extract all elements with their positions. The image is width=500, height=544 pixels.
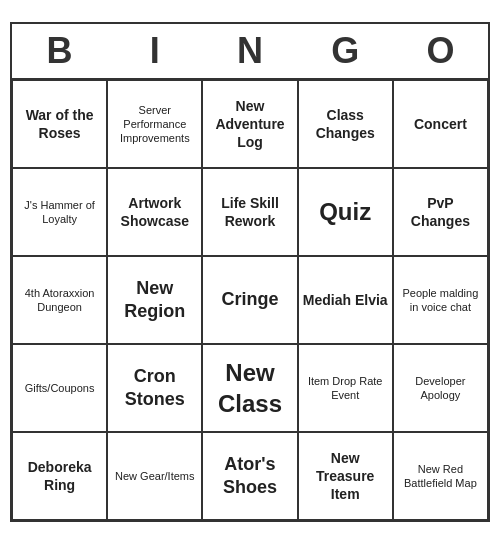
cell-text-6: Artwork Showcase (112, 194, 197, 230)
cell-text-18: Item Drop Rate Event (303, 374, 388, 403)
cell-text-5: J's Hammer of Loyalty (17, 198, 102, 227)
bingo-cell-23: New Treasure Item (298, 432, 393, 520)
bingo-grid: War of the RosesServer Performance Impro… (12, 78, 488, 520)
bingo-letter-n: N (202, 24, 297, 78)
cell-text-9: PvP Changes (398, 194, 483, 230)
bingo-cell-16: Cron Stones (107, 344, 202, 432)
bingo-cell-7: Life Skill Rework (202, 168, 297, 256)
bingo-header: BINGO (12, 24, 488, 78)
bingo-cell-4: Concert (393, 80, 488, 168)
bingo-cell-1: Server Performance Improvements (107, 80, 202, 168)
cell-text-15: Gifts/Coupons (25, 381, 95, 395)
cell-text-16: Cron Stones (112, 365, 197, 412)
cell-text-12: Cringe (221, 288, 278, 311)
bingo-cell-21: New Gear/Items (107, 432, 202, 520)
cell-text-19: Developer Apology (398, 374, 483, 403)
bingo-cell-5: J's Hammer of Loyalty (12, 168, 107, 256)
bingo-letter-g: G (298, 24, 393, 78)
cell-text-20: Deboreka Ring (17, 458, 102, 494)
bingo-letter-i: I (107, 24, 202, 78)
cell-text-0: War of the Roses (17, 106, 102, 142)
cell-text-22: Ator's Shoes (207, 453, 292, 500)
cell-text-17: New Class (207, 357, 292, 419)
cell-text-8: Quiz (319, 196, 371, 227)
cell-text-14: People malding in voice chat (398, 286, 483, 315)
bingo-letter-o: O (393, 24, 488, 78)
cell-text-13: Mediah Elvia (303, 291, 388, 309)
bingo-cell-0: War of the Roses (12, 80, 107, 168)
cell-text-23: New Treasure Item (303, 449, 388, 504)
bingo-cell-15: Gifts/Coupons (12, 344, 107, 432)
cell-text-3: Class Changes (303, 106, 388, 142)
bingo-cell-18: Item Drop Rate Event (298, 344, 393, 432)
bingo-cell-12: Cringe (202, 256, 297, 344)
cell-text-7: Life Skill Rework (207, 194, 292, 230)
bingo-cell-6: Artwork Showcase (107, 168, 202, 256)
cell-text-2: New Adventure Log (207, 97, 292, 152)
cell-text-21: New Gear/Items (115, 469, 194, 483)
bingo-letter-b: B (12, 24, 107, 78)
bingo-cell-19: Developer Apology (393, 344, 488, 432)
bingo-cell-22: Ator's Shoes (202, 432, 297, 520)
cell-text-11: New Region (112, 277, 197, 324)
bingo-cell-3: Class Changes (298, 80, 393, 168)
bingo-cell-13: Mediah Elvia (298, 256, 393, 344)
bingo-cell-14: People malding in voice chat (393, 256, 488, 344)
bingo-card: BINGO War of the RosesServer Performance… (10, 22, 490, 522)
cell-text-24: New Red Battlefield Map (398, 462, 483, 491)
cell-text-4: Concert (414, 115, 467, 133)
bingo-cell-17: New Class (202, 344, 297, 432)
bingo-cell-11: New Region (107, 256, 202, 344)
cell-text-1: Server Performance Improvements (112, 103, 197, 146)
bingo-cell-8: Quiz (298, 168, 393, 256)
bingo-cell-2: New Adventure Log (202, 80, 297, 168)
bingo-cell-9: PvP Changes (393, 168, 488, 256)
bingo-cell-20: Deboreka Ring (12, 432, 107, 520)
cell-text-10: 4th Atoraxxion Dungeon (17, 286, 102, 315)
bingo-cell-10: 4th Atoraxxion Dungeon (12, 256, 107, 344)
bingo-cell-24: New Red Battlefield Map (393, 432, 488, 520)
